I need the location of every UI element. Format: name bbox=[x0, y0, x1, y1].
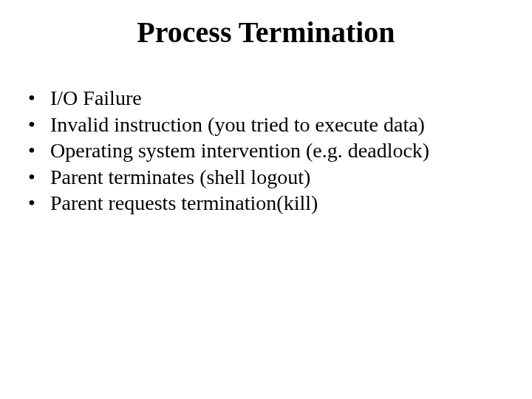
slide-title: Process Termination bbox=[0, 15, 532, 50]
slide: Process Termination • I/O Failure • Inva… bbox=[0, 0, 532, 399]
bullet-icon: • bbox=[28, 86, 50, 111]
bullet-text: Parent terminates (shell logout) bbox=[50, 165, 510, 190]
bullet-list: • I/O Failure • Invalid instruction (you… bbox=[28, 86, 510, 217]
bullet-text: Invalid instruction (you tried to execut… bbox=[50, 112, 510, 137]
list-item: • Parent requests termination(kill) bbox=[28, 191, 510, 216]
bullet-text: I/O Failure bbox=[50, 86, 510, 111]
list-item: • Parent terminates (shell logout) bbox=[28, 165, 510, 190]
bullet-icon: • bbox=[28, 138, 50, 163]
list-item: • Operating system intervention (e.g. de… bbox=[28, 138, 510, 163]
bullet-text: Parent requests termination(kill) bbox=[50, 191, 510, 216]
bullet-icon: • bbox=[28, 165, 50, 190]
bullet-icon: • bbox=[28, 112, 50, 137]
list-item: • I/O Failure bbox=[28, 86, 510, 111]
list-item: • Invalid instruction (you tried to exec… bbox=[28, 112, 510, 137]
bullet-icon: • bbox=[28, 191, 50, 216]
bullet-text: Operating system intervention (e.g. dead… bbox=[50, 138, 510, 163]
